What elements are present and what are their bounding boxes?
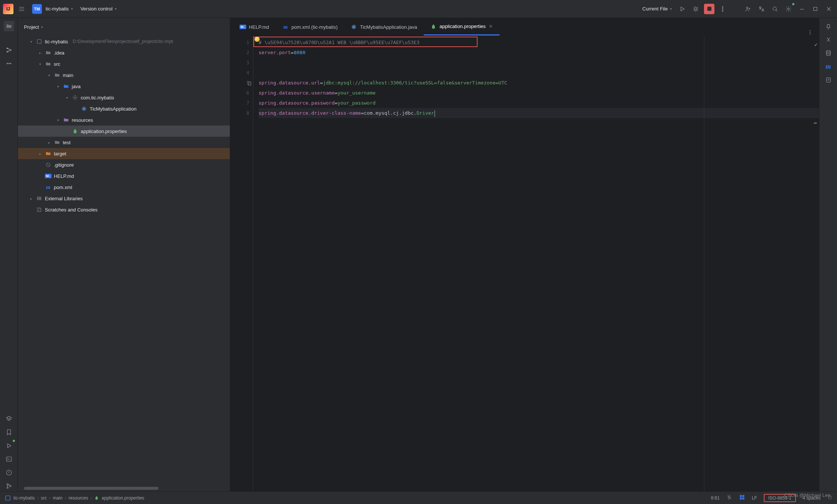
class-icon: C (81, 106, 87, 112)
power-save-icon[interactable] (726, 494, 732, 501)
tree-item[interactable]: ▸target (18, 148, 230, 159)
tree-item[interactable]: ▸.idea (18, 47, 230, 58)
search-everywhere-button[interactable] (770, 4, 780, 14)
project-selector[interactable]: TM tic-mybatis ▾ (30, 3, 75, 15)
database-tool-button[interactable] (823, 48, 834, 58)
breadcrumb-item[interactable]: main (53, 495, 62, 501)
editor-error-stripe[interactable]: ✔ (811, 36, 819, 491)
tree-item[interactable]: ▾java (18, 81, 230, 92)
svg-rect-44 (828, 497, 831, 499)
project-tool-button[interactable] (4, 21, 14, 31)
editor-tab[interactable]: application.properties✕ (424, 18, 500, 35)
run-tool-button[interactable] (4, 440, 14, 451)
project-panel-header[interactable]: Project ▾ (18, 18, 230, 36)
ai-assistant-tool-button[interactable] (823, 34, 834, 45)
intention-bulb-icon[interactable] (254, 37, 260, 42)
expand-arrow[interactable]: ▾ (64, 96, 70, 100)
coverage-tool-button[interactable] (823, 75, 834, 85)
editor-tab[interactable]: CTicMybatisApplication.java (344, 18, 424, 35)
tree-item[interactable]: ▾tic-mybatisD:\DevelopmentFiles\projects… (18, 36, 230, 47)
line-separator[interactable]: LF (752, 495, 757, 501)
gutter-paste-icon[interactable] (247, 80, 252, 90)
problems-tool-button[interactable] (4, 467, 14, 478)
settings-button[interactable] (783, 4, 794, 14)
editor-tab[interactable]: M↓HELP.md (233, 18, 276, 35)
tree-item[interactable]: ▾main (18, 69, 230, 81)
expand-arrow[interactable]: ▸ (28, 197, 34, 201)
main-menu-button[interactable] (16, 4, 27, 14)
build-tool-button[interactable] (4, 414, 14, 424)
structure-tool-button[interactable] (4, 45, 14, 55)
code-line-2[interactable]: server.port=8080 (259, 47, 819, 58)
expand-arrow[interactable]: ▸ (37, 152, 43, 156)
breadcrumb-item[interactable]: resources (68, 495, 88, 501)
tree-item[interactable]: CTicMybatisApplication (18, 103, 230, 114)
more-tools-button[interactable] (4, 58, 14, 69)
svg-point-8 (7, 48, 8, 49)
notifications-tool-button[interactable] (823, 21, 834, 31)
bookmarks-tool-button[interactable] (4, 427, 14, 437)
tree-item-label: pom.xml (54, 185, 72, 190)
svg-point-5 (773, 7, 776, 10)
file-encoding[interactable]: ISO-8859-1 (764, 494, 796, 502)
close-tab-icon[interactable]: ✕ (489, 24, 493, 29)
breadcrumb-item[interactable]: application.properties (102, 495, 144, 501)
expand-arrow[interactable]: ▾ (55, 118, 61, 122)
tree-item[interactable]: ▾resources (18, 114, 230, 126)
code-editor[interactable]: 12345678 # \u5E94\u7528\u670D\u52A1 WEB … (230, 36, 819, 491)
tree-item[interactable]: mpom.xml (18, 182, 230, 193)
code-line-8[interactable]: spring.datasource.driver-class-name=com.… (259, 108, 819, 118)
code-line-4[interactable] (259, 68, 819, 78)
expand-arrow[interactable]: ▸ (46, 140, 52, 145)
breadcrumb-item[interactable]: src (41, 495, 47, 501)
minimize-button[interactable] (797, 4, 807, 14)
tree-item[interactable]: ▸test (18, 137, 230, 148)
tree-item[interactable]: .gitignore (18, 159, 230, 170)
editor-content[interactable]: # \u5E94\u7528\u670D\u52A1 WEB \u8BBF\u9… (253, 36, 819, 491)
navigation-bar[interactable]: tic-mybatis›src›main›resources›applicati… (4, 495, 144, 501)
restore-button[interactable] (810, 4, 821, 14)
git-tool-button[interactable] (4, 481, 14, 491)
code-line-3[interactable] (259, 58, 819, 68)
code-line-7[interactable]: spring.datasource.password=your_password (259, 98, 819, 108)
project-tree[interactable]: ▾tic-mybatisD:\DevelopmentFiles\projects… (18, 36, 230, 487)
tree-item[interactable]: M↓HELP.md (18, 170, 230, 182)
editor-tab[interactable]: mpom.xml (tic-mybatis) (276, 18, 345, 35)
indent-settings[interactable]: 4 spaces (803, 495, 821, 501)
code-line-5[interactable]: spring.datasource.url=jdbc:mysql://local… (259, 78, 819, 88)
expand-arrow[interactable]: ▾ (55, 84, 61, 89)
tree-item-hint: D:\DevelopmentFiles\projects\self_projec… (72, 39, 173, 44)
debug-button[interactable] (691, 4, 701, 14)
svg-point-11 (7, 63, 7, 64)
cursor-position[interactable]: 8:61 (711, 495, 720, 501)
editor-tabs-more[interactable] (804, 30, 816, 35)
code-with-me-button[interactable] (743, 4, 753, 14)
expand-arrow[interactable]: ▾ (37, 62, 43, 66)
tree-item[interactable]: ▸External Libraries (18, 193, 230, 204)
terminal-tool-button[interactable] (4, 454, 14, 464)
horizontal-scrollbar[interactable] (24, 487, 158, 490)
expand-arrow[interactable]: ▾ (46, 73, 52, 77)
vcs-menu[interactable]: Version control ▾ (78, 4, 119, 13)
svg-rect-42 (740, 498, 742, 500)
more-actions-button[interactable] (717, 4, 728, 14)
tab-label: pom.xml (tic-mybatis) (291, 24, 338, 30)
close-window-button[interactable] (824, 4, 834, 14)
code-line-1[interactable]: # \u5E94\u7528\u670D\u52A1 WEB \u8BBF\u9… (259, 37, 819, 47)
tree-item[interactable]: ▾com.tic.mybatis (18, 92, 230, 103)
stop-button[interactable] (704, 4, 714, 14)
translate-icon[interactable] (756, 4, 767, 14)
readonly-toggle[interactable] (827, 495, 833, 501)
warning-mark[interactable] (814, 123, 817, 124)
breadcrumb-item[interactable]: tic-mybatis (13, 495, 35, 501)
code-line-6[interactable]: spring.datasource.username=your_username (259, 88, 819, 98)
windows-icon[interactable] (739, 494, 745, 501)
expand-arrow[interactable]: ▸ (37, 51, 43, 55)
tree-item[interactable]: application.properties (18, 126, 230, 137)
maven-tool-button[interactable]: m (823, 61, 834, 72)
run-config-selector[interactable]: Current File ▾ (640, 4, 674, 13)
expand-arrow[interactable]: ▾ (28, 40, 34, 44)
tree-item[interactable]: ▾src (18, 58, 230, 69)
run-button[interactable] (677, 4, 688, 14)
tree-item[interactable]: Scratches and Consoles (18, 204, 230, 215)
